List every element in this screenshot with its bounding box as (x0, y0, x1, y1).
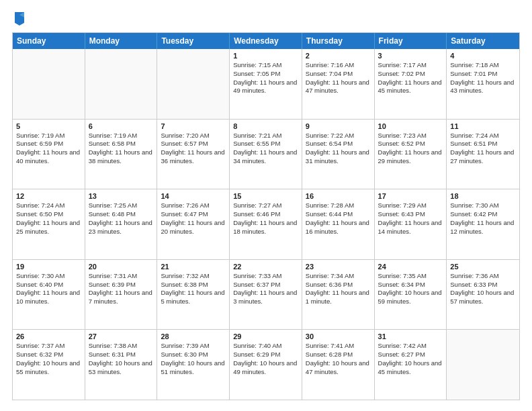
calendar: SundayMondayTuesdayWednesdayThursdayFrid… (12, 32, 520, 400)
cell-info: Sunrise: 7:36 AM Sunset: 6:33 PM Dayligh… (450, 272, 516, 306)
cal-cell: 10Sunrise: 7:23 AM Sunset: 6:52 PM Dayli… (375, 120, 447, 189)
cell-info: Sunrise: 7:39 AM Sunset: 6:30 PM Dayligh… (161, 342, 226, 376)
cal-header-monday: Monday (85, 33, 158, 49)
cell-info: Sunrise: 7:24 AM Sunset: 6:51 PM Dayligh… (450, 132, 516, 166)
day-number: 5 (16, 122, 81, 130)
day-number: 19 (16, 263, 81, 271)
cell-info: Sunrise: 7:18 AM Sunset: 7:01 PM Dayligh… (450, 61, 516, 95)
cal-cell: 20Sunrise: 7:31 AM Sunset: 6:39 PM Dayli… (85, 260, 158, 330)
day-number: 9 (306, 122, 371, 130)
cell-info: Sunrise: 7:40 AM Sunset: 6:29 PM Dayligh… (233, 342, 298, 376)
cal-cell: 29Sunrise: 7:40 AM Sunset: 6:29 PM Dayli… (230, 330, 302, 400)
day-number: 23 (306, 263, 371, 271)
cell-info: Sunrise: 7:19 AM Sunset: 6:59 PM Dayligh… (16, 132, 81, 166)
cal-cell: 24Sunrise: 7:35 AM Sunset: 6:34 PM Dayli… (375, 260, 447, 330)
cal-header-thursday: Thursday (302, 33, 375, 49)
cal-cell: 26Sunrise: 7:37 AM Sunset: 6:32 PM Dayli… (13, 330, 85, 400)
cell-info: Sunrise: 7:30 AM Sunset: 6:40 PM Dayligh… (16, 272, 81, 306)
cal-cell: 5Sunrise: 7:19 AM Sunset: 6:59 PM Daylig… (13, 120, 85, 189)
cal-cell: 17Sunrise: 7:29 AM Sunset: 6:43 PM Dayli… (375, 189, 447, 259)
cell-info: Sunrise: 7:28 AM Sunset: 6:44 PM Dayligh… (306, 201, 371, 236)
day-number: 12 (16, 192, 81, 200)
cal-cell: 9Sunrise: 7:22 AM Sunset: 6:54 PM Daylig… (302, 120, 375, 189)
cal-cell: 1Sunrise: 7:15 AM Sunset: 7:05 PM Daylig… (230, 49, 302, 119)
cal-cell: 3Sunrise: 7:17 AM Sunset: 7:02 PM Daylig… (375, 49, 447, 119)
cal-cell: 27Sunrise: 7:38 AM Sunset: 6:31 PM Dayli… (85, 330, 158, 400)
day-number: 15 (233, 192, 298, 200)
cell-info: Sunrise: 7:35 AM Sunset: 6:34 PM Dayligh… (378, 272, 443, 306)
cal-row-3: 19Sunrise: 7:30 AM Sunset: 6:40 PM Dayli… (13, 260, 519, 330)
cell-info: Sunrise: 7:42 AM Sunset: 6:27 PM Dayligh… (378, 342, 443, 376)
day-number: 27 (89, 332, 154, 340)
cal-cell: 30Sunrise: 7:41 AM Sunset: 6:28 PM Dayli… (302, 330, 375, 400)
day-number: 11 (450, 122, 516, 130)
cal-header-saturday: Saturday (447, 33, 519, 49)
cell-info: Sunrise: 7:27 AM Sunset: 6:46 PM Dayligh… (233, 201, 298, 236)
cal-cell: 21Sunrise: 7:32 AM Sunset: 6:38 PM Dayli… (157, 260, 230, 330)
day-number: 31 (378, 332, 443, 340)
cell-info: Sunrise: 7:17 AM Sunset: 7:02 PM Dayligh… (378, 61, 443, 95)
day-number: 22 (233, 263, 298, 271)
cal-header-sunday: Sunday (13, 33, 85, 49)
day-number: 10 (378, 122, 443, 130)
day-number: 24 (378, 263, 443, 271)
cal-header-friday: Friday (375, 33, 447, 49)
day-number: 4 (450, 52, 516, 60)
day-number: 20 (89, 263, 154, 271)
day-number: 16 (306, 192, 371, 200)
cal-row-1: 5Sunrise: 7:19 AM Sunset: 6:59 PM Daylig… (13, 120, 519, 190)
day-number: 13 (89, 192, 154, 200)
cal-cell: 25Sunrise: 7:36 AM Sunset: 6:33 PM Dayli… (447, 260, 519, 330)
cal-cell (13, 49, 85, 119)
cal-cell: 22Sunrise: 7:33 AM Sunset: 6:37 PM Dayli… (230, 260, 302, 330)
header (12, 11, 520, 26)
cal-cell: 4Sunrise: 7:18 AM Sunset: 7:01 PM Daylig… (447, 49, 519, 119)
cal-cell: 11Sunrise: 7:24 AM Sunset: 6:51 PM Dayli… (447, 120, 519, 189)
cal-cell (447, 330, 519, 400)
cal-cell: 15Sunrise: 7:27 AM Sunset: 6:46 PM Dayli… (230, 189, 302, 259)
day-number: 18 (450, 192, 516, 200)
cell-info: Sunrise: 7:31 AM Sunset: 6:39 PM Dayligh… (89, 272, 154, 306)
cal-cell: 16Sunrise: 7:28 AM Sunset: 6:44 PM Dayli… (302, 189, 375, 259)
day-number: 6 (89, 122, 154, 130)
logo-icon (13, 11, 26, 26)
day-number: 28 (161, 332, 226, 340)
cal-row-4: 26Sunrise: 7:37 AM Sunset: 6:32 PM Dayli… (13, 330, 519, 400)
calendar-header-row: SundayMondayTuesdayWednesdayThursdayFrid… (13, 33, 519, 49)
cal-cell: 13Sunrise: 7:25 AM Sunset: 6:48 PM Dayli… (85, 189, 158, 259)
day-number: 2 (306, 52, 371, 60)
cal-row-2: 12Sunrise: 7:24 AM Sunset: 6:50 PM Dayli… (13, 189, 519, 260)
cal-cell: 6Sunrise: 7:19 AM Sunset: 6:58 PM Daylig… (85, 120, 158, 189)
cell-info: Sunrise: 7:34 AM Sunset: 6:36 PM Dayligh… (306, 272, 371, 306)
page: SundayMondayTuesdayWednesdayThursdayFrid… (0, 0, 532, 411)
cell-info: Sunrise: 7:32 AM Sunset: 6:38 PM Dayligh… (161, 272, 226, 306)
cell-info: Sunrise: 7:26 AM Sunset: 6:47 PM Dayligh… (161, 201, 226, 236)
cal-cell: 8Sunrise: 7:21 AM Sunset: 6:55 PM Daylig… (230, 120, 302, 189)
cell-info: Sunrise: 7:20 AM Sunset: 6:57 PM Dayligh… (161, 132, 226, 166)
cal-header-wednesday: Wednesday (230, 33, 302, 49)
cal-cell: 31Sunrise: 7:42 AM Sunset: 6:27 PM Dayli… (375, 330, 447, 400)
cal-cell (157, 49, 230, 119)
cell-info: Sunrise: 7:19 AM Sunset: 6:58 PM Dayligh… (89, 132, 154, 166)
cell-info: Sunrise: 7:29 AM Sunset: 6:43 PM Dayligh… (378, 201, 443, 236)
cal-header-tuesday: Tuesday (157, 33, 230, 49)
cell-info: Sunrise: 7:30 AM Sunset: 6:42 PM Dayligh… (450, 201, 516, 236)
cal-cell: 7Sunrise: 7:20 AM Sunset: 6:57 PM Daylig… (157, 120, 230, 189)
day-number: 26 (16, 332, 81, 340)
day-number: 25 (450, 263, 516, 271)
cal-row-0: 1Sunrise: 7:15 AM Sunset: 7:05 PM Daylig… (13, 49, 519, 120)
cell-info: Sunrise: 7:25 AM Sunset: 6:48 PM Dayligh… (89, 201, 154, 236)
cell-info: Sunrise: 7:15 AM Sunset: 7:05 PM Dayligh… (233, 61, 298, 95)
cell-info: Sunrise: 7:23 AM Sunset: 6:52 PM Dayligh… (378, 132, 443, 166)
cell-info: Sunrise: 7:38 AM Sunset: 6:31 PM Dayligh… (89, 342, 154, 376)
cell-info: Sunrise: 7:16 AM Sunset: 7:04 PM Dayligh… (306, 61, 371, 95)
cell-info: Sunrise: 7:41 AM Sunset: 6:28 PM Dayligh… (306, 342, 371, 376)
cell-info: Sunrise: 7:37 AM Sunset: 6:32 PM Dayligh… (16, 342, 81, 376)
day-number: 29 (233, 332, 298, 340)
cell-info: Sunrise: 7:24 AM Sunset: 6:50 PM Dayligh… (16, 201, 81, 236)
cell-info: Sunrise: 7:21 AM Sunset: 6:55 PM Dayligh… (233, 132, 298, 166)
day-number: 7 (161, 122, 226, 130)
cal-cell: 19Sunrise: 7:30 AM Sunset: 6:40 PM Dayli… (13, 260, 85, 330)
day-number: 8 (233, 122, 298, 130)
day-number: 3 (378, 52, 443, 60)
